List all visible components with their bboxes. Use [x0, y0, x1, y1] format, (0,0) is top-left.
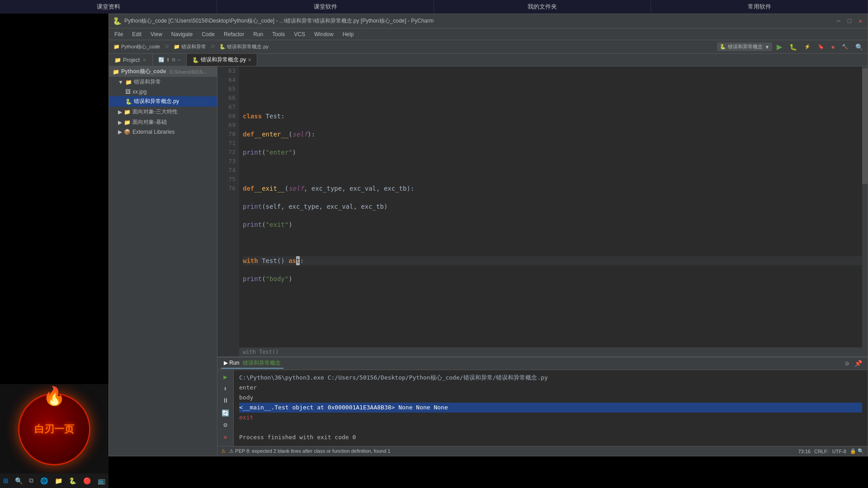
run-icon: ▶	[224, 360, 228, 366]
sidebar-root[interactable]: 📁 Python核心_code C:\Users\5015...	[109, 66, 217, 77]
run-play-btn[interactable]: ▶	[220, 372, 231, 382]
code-line-63	[243, 75, 864, 84]
taskbar-item-3[interactable]: 我的文件夹	[434, 0, 651, 14]
maximize-button[interactable]: □	[846, 18, 853, 25]
expand-icon-3: ▶	[118, 119, 122, 126]
menu-vcs[interactable]: VCS	[290, 30, 309, 38]
run-stop-btn[interactable]: ✕	[220, 432, 231, 442]
sidebar-oop-base-folder[interactable]: ▶ 📁 面向对象-基础	[109, 117, 217, 127]
run-config-label: 错误和异常概念	[728, 43, 763, 50]
run-coverage-button[interactable]: ⚡	[802, 43, 813, 51]
win-edge[interactable]: 🌐	[40, 477, 48, 485]
image-icon: 🖼	[125, 89, 131, 95]
sidebar-ext-libs[interactable]: ▶ 📦 External Libraries	[109, 127, 217, 136]
run-sidebar: ▶ ⬇ ⏸ 🔄 ⚙ ✕ 🗑	[217, 370, 234, 456]
panel-gear-icon[interactable]: ⚙	[844, 359, 851, 368]
menu-file[interactable]: File	[111, 30, 127, 38]
run-rerun-btn[interactable]: 🔄	[220, 408, 231, 418]
code-line-66: def __enter__(self):	[243, 130, 864, 139]
output-line-finished: Process finished with exit code 0	[239, 432, 862, 442]
menu-run[interactable]: Run	[250, 30, 267, 38]
run-file-label: 错误和异常概念	[243, 360, 281, 366]
expand-icon-4: ▶	[118, 129, 122, 135]
sidebar-ext-libs-label: External Libraries	[132, 129, 175, 135]
code-line-68	[243, 166, 864, 175]
main-area: 📁 Python核心_code C:\Users\5015... ▼ 📁 错误和…	[109, 66, 868, 456]
folder-icon: 📁	[125, 79, 132, 85]
hint-bar: with Test()	[239, 347, 862, 357]
project-tab[interactable]: 📁 Project ▼	[109, 54, 153, 66]
search-button[interactable]: 🔍	[853, 42, 866, 52]
dropdown-icon: ▼	[764, 44, 769, 50]
sidebar-errors-folder[interactable]: ▼ 📁 错误和异常	[109, 77, 217, 87]
project-actions[interactable]: 🔄 ⬆ ⚙ ─	[153, 54, 187, 66]
func-exit: __exit__	[254, 184, 284, 193]
sidebar-root-path: C:\Users\5015...	[170, 69, 207, 75]
tab-close-icon[interactable]: ✕	[248, 57, 251, 62]
run-pause-btn[interactable]: ⏸	[220, 396, 231, 406]
menu-help[interactable]: Help	[339, 30, 358, 38]
menu-code[interactable]: Code	[198, 30, 218, 38]
root-folder-icon: 📁	[113, 69, 119, 75]
breadcrumb-file[interactable]: 🐍 错误和异常概念.py	[217, 42, 271, 51]
project-label[interactable]: 📁 Python核心_code	[111, 42, 163, 51]
taskbar-item-1[interactable]: 课堂资料	[0, 0, 217, 14]
panel-pin-icon[interactable]: 📌	[853, 359, 864, 368]
run-button[interactable]: ▶	[774, 42, 785, 52]
menu-window[interactable]: Window	[311, 30, 337, 38]
win-app1[interactable]: 🐍	[69, 477, 76, 485]
breadcrumb-file-label: 错误和异常概念.py	[227, 43, 269, 50]
code-editor[interactable]: 63 64 65 66 67 68 69 70 71 72 73 74 75 7…	[217, 66, 868, 357]
bookmark-button[interactable]: 🔖	[815, 43, 827, 51]
line-numbers: 63 64 65 66 67 68 69 70 71 72 73 74 75 7…	[217, 66, 239, 357]
breadcrumb-errors[interactable]: 📁 错误和异常	[171, 42, 209, 51]
sidebar-oop-base-label: 面向对象-基础	[132, 118, 167, 126]
keyword-def-1: def	[243, 130, 254, 139]
debug-button[interactable]: 🐛	[787, 42, 800, 52]
window-controls: ─ □ ✕	[835, 18, 864, 25]
status-bar: ⚠ ⚠ PEP 8: expected 2 blank lines after …	[217, 446, 868, 456]
cursor-pos: t	[296, 256, 300, 265]
file-tab-label: 错误和异常概念.py	[201, 56, 246, 64]
self-2: self	[288, 184, 304, 193]
menu-view[interactable]: View	[147, 30, 166, 38]
run-tab[interactable]: ▶ Run 错误和异常概念	[221, 358, 283, 369]
output-line-cmd: C:\Python\36\python3.exe C:/Users/50156/…	[239, 373, 862, 383]
menu-edit[interactable]: Edit	[128, 30, 145, 38]
right-scrollbar[interactable]	[862, 66, 868, 357]
win-explorer[interactable]: 📁	[55, 477, 62, 485]
close-button[interactable]: ✕	[857, 18, 864, 25]
sidebar-errors-label: 错误和异常	[134, 78, 161, 86]
run-output: C:\Python\36\python3.exe C:/Users/50156/…	[234, 370, 868, 456]
panel-tab-bar: ▶ Run 错误和异常概念 ⚙ 📌	[217, 357, 868, 370]
run-config-selector[interactable]: 🐍 错误和异常概念 ▼	[717, 42, 772, 51]
menu-tools[interactable]: Tools	[269, 30, 288, 38]
str-body: "body"	[266, 274, 289, 283]
logo-circle: 🔥 白刃一页	[18, 393, 90, 465]
minimize-button[interactable]: ─	[835, 18, 842, 25]
code-line-75	[243, 292, 864, 301]
code-content[interactable]: class Test: def __enter__(self): print("…	[239, 66, 868, 357]
win-start[interactable]: ⊞	[3, 476, 8, 486]
sidebar-oop-folder[interactable]: ▶ 📁 面向对象-三大特性	[109, 107, 217, 117]
output-line-body: body	[239, 393, 862, 403]
file-tab-active[interactable]: 🐍 错误和异常概念.py ✕	[187, 54, 257, 66]
menu-navigate[interactable]: Navigate	[168, 30, 196, 38]
menu-refactor[interactable]: Refactor	[220, 30, 248, 38]
run-down-btn[interactable]: ⬇	[220, 384, 231, 394]
sidebar-xx-jpg[interactable]: 🖼 xx.jpg	[109, 87, 217, 96]
stop-button[interactable]: ■	[829, 43, 837, 51]
sidebar-py-file[interactable]: 🐍 错误和异常概念.py	[109, 96, 217, 107]
win-search[interactable]: 🔍	[15, 477, 23, 485]
win-app2[interactable]: 🔴	[83, 477, 91, 485]
keyword-as: as	[288, 256, 296, 265]
build-button[interactable]: 🔨	[839, 43, 851, 51]
taskbar-item-4[interactable]: 常用软件	[651, 0, 868, 14]
win-app3[interactable]: 📺	[98, 477, 105, 485]
run-step-btn[interactable]: ⚙	[220, 420, 231, 430]
taskbar-item-2[interactable]: 课堂软件	[217, 0, 434, 14]
project-tab-icon: 📁	[114, 57, 121, 63]
code-line-64	[243, 94, 864, 103]
sidebar: 📁 Python核心_code C:\Users\5015... ▼ 📁 错误和…	[109, 66, 217, 456]
win-taskview[interactable]: ⧉	[29, 477, 33, 484]
